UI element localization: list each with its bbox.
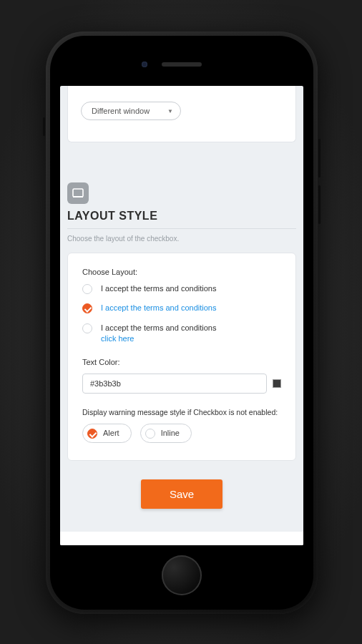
layout-style-section: LAYOUT STYLE Choose the layout of the ch…: [67, 182, 296, 243]
svg-rect-1: [73, 196, 83, 197]
top-card: Different window ▼: [67, 86, 296, 142]
option-text: I accept the terms and conditions: [101, 283, 216, 294]
warning-options: Alert Inline: [82, 424, 281, 443]
option-text: I accept the terms and conditions click …: [101, 323, 216, 345]
text-color-input[interactable]: [82, 374, 267, 394]
layout-option-2[interactable]: I accept the terms and conditions: [82, 303, 281, 313]
pill-label: Alert: [103, 429, 119, 437]
warning-option-alert[interactable]: Alert: [82, 424, 132, 443]
pill-label: Inline: [161, 429, 180, 437]
radio-icon: [145, 429, 155, 439]
radio-icon: [82, 323, 92, 333]
speaker-grille: [162, 62, 202, 67]
svg-rect-0: [73, 189, 83, 197]
save-button[interactable]: Save: [141, 479, 222, 509]
mute-switch: [43, 117, 45, 136]
color-swatch[interactable]: [273, 379, 281, 388]
text-color-label: Text Color:: [82, 358, 281, 366]
section-header: LAYOUT STYLE Choose the layout of the ch…: [67, 182, 296, 243]
window-target-select[interactable]: Different window ▼: [81, 102, 181, 120]
volume-up: [318, 139, 321, 177]
option-text-main: I accept the terms and conditions: [101, 323, 216, 332]
option-sublink: click here: [101, 333, 216, 344]
radio-icon: [82, 284, 92, 294]
warning-style-label: Display warning message style if Checkbo…: [82, 408, 281, 416]
layout-card: Choose Layout: I accept the terms and co…: [67, 253, 296, 461]
warning-option-inline[interactable]: Inline: [140, 424, 192, 443]
save-area: Save: [60, 479, 303, 509]
radio-checked-icon: [87, 429, 97, 439]
layout-option-1[interactable]: I accept the terms and conditions: [82, 283, 281, 294]
layout-option-3[interactable]: I accept the terms and conditions click …: [82, 323, 281, 345]
choose-layout-label: Choose Layout:: [82, 268, 281, 276]
section-subtitle: Choose the layout of the checkbox.: [67, 235, 296, 243]
bottom-whitespace: [60, 532, 303, 545]
phone-frame: Different window ▼ LAYOUT STYLE Choose t…: [46, 31, 318, 614]
chevron-down-icon: ▼: [167, 108, 173, 114]
phone-bezel: Different window ▼ LAYOUT STYLE Choose t…: [50, 36, 313, 610]
home-button[interactable]: [162, 555, 202, 595]
option-text-link: I accept the terms and conditions: [101, 303, 216, 313]
section-title: LAYOUT STYLE: [67, 210, 296, 229]
text-color-row: [82, 374, 281, 394]
volume-down: [318, 185, 321, 224]
layout-icon: [67, 182, 89, 204]
select-value: Different window: [92, 107, 150, 115]
front-camera: [142, 62, 147, 67]
radio-checked-icon: [82, 303, 92, 313]
screen: Different window ▼ LAYOUT STYLE Choose t…: [60, 86, 303, 545]
